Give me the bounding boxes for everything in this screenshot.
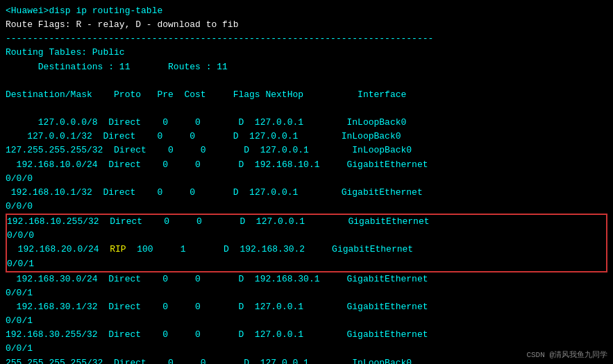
terminal-window: <Huawei>disp ip routing-table Route Flag… [0, 0, 613, 364]
table-row-continuation: 0/0/0 [7, 229, 606, 243]
table-row: 192.168.10.255/32 Direct 0 0 D 127.0.0.1… [7, 215, 606, 229]
table-row-continuation: 0/0/1 [6, 286, 607, 300]
blank-line-2 [6, 102, 607, 116]
rip-highlight-box: 192.168.10.255/32 Direct 0 0 D 127.0.0.1… [6, 214, 607, 272]
blank-line-1 [6, 74, 607, 88]
table-row: 192.168.30.255/32 Direct 0 0 D 127.0.0.1… [6, 328, 607, 342]
table-row: 192.168.20.0/24 RIP 100 1 D 192.168.30.2… [7, 243, 606, 257]
table-row: 127.0.0.1/32 Direct 0 0 D 127.0.0.1 InLo… [6, 130, 607, 144]
watermark: CSDN @清风我鱼九同学 [526, 349, 607, 360]
routing-tables-label: Routing Tables: Public [6, 46, 607, 60]
table-row-continuation: 0/0/1 [6, 314, 607, 328]
separator-line: ----------------------------------------… [6, 32, 607, 46]
table-row: 192.168.10.0/24 Direct 0 0 D 192.168.10.… [6, 158, 607, 172]
table-row-continuation: 0/0/0 [6, 200, 607, 214]
flags-line: Route Flags: R - relay, D - download to … [6, 18, 607, 32]
table-row-continuation: 0/0/1 [6, 342, 607, 356]
table-row: 192.168.10.1/32 Direct 0 0 D 127.0.0.1 G… [6, 186, 607, 200]
table-row: 192.168.30.1/32 Direct 0 0 D 127.0.0.1 G… [6, 300, 607, 314]
header-line: Destination/Mask Proto Pre Cost Flags Ne… [6, 88, 607, 102]
routing-table-rows: 127.0.0.0/8 Direct 0 0 D 127.0.0.1 InLoo… [6, 116, 607, 364]
table-row: 127.0.0.0/8 Direct 0 0 D 127.0.0.1 InLoo… [6, 116, 607, 130]
table-row: 255.255.255.255/32 Direct 0 0 D 127.0.0.… [6, 356, 607, 364]
table-row: 192.168.30.0/24 Direct 0 0 D 192.168.30.… [6, 272, 607, 286]
destinations-line: Destinations : 11 Routes : 11 [6, 60, 607, 74]
table-row-continuation: 0/0/0 [6, 172, 607, 186]
table-row-continuation: 0/0/1 [7, 257, 606, 271]
prompt-line: <Huawei>disp ip routing-table [6, 4, 607, 18]
table-row: 127.255.255.255/32 Direct 0 0 D 127.0.0.… [6, 144, 607, 157]
